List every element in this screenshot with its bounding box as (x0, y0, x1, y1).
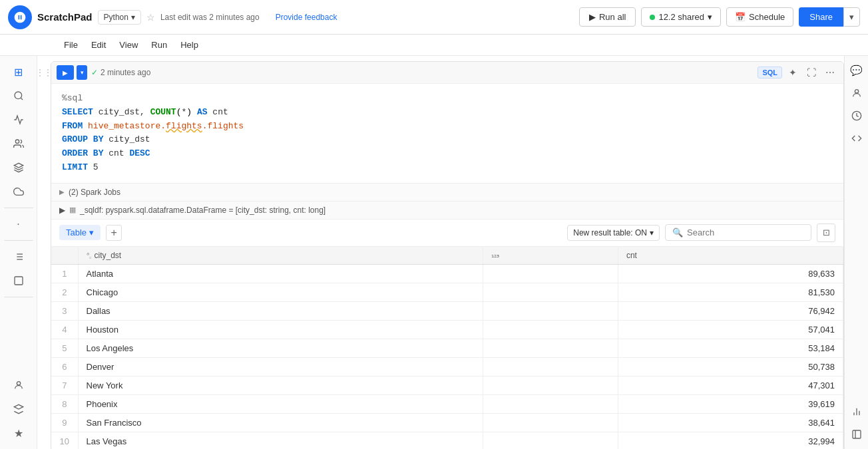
row-city: Chicago (78, 283, 483, 301)
schedule-button[interactable]: 📅 Schedule (726, 7, 793, 27)
right-icon-barchart[interactable] (847, 402, 866, 421)
sidebar-icon-layers2[interactable] (8, 398, 29, 420)
row-sort (483, 320, 618, 339)
code-line-5: ORDER BY cnt DESC (62, 147, 833, 161)
share-dropdown-button[interactable]: ▾ (843, 7, 860, 27)
cell-toolbar-right: SQL ✦ ⛶ ⋯ (758, 65, 838, 80)
table-toolbar-right: New result table: ON ▾ 🔍 ⊡ (567, 224, 835, 242)
feedback-link[interactable]: Provide feedback (276, 13, 337, 22)
table-row: 9 San Francisco 38,641 (51, 413, 843, 432)
svg-marker-11 (14, 404, 23, 409)
status-check-icon: ✓ (91, 68, 98, 77)
row-sort (483, 394, 618, 413)
run-cell-button[interactable]: ▶ (57, 65, 74, 80)
sidebar-icon-layers[interactable] (8, 157, 29, 178)
row-num: 6 (51, 357, 78, 376)
row-cnt: 47,301 (618, 376, 843, 394)
sidebar-icon-people[interactable] (8, 133, 29, 154)
row-city: Dallas (78, 301, 483, 320)
right-icon-person[interactable] (847, 84, 866, 102)
menu-bar: File Edit View Run Help (0, 35, 868, 56)
row-sort (483, 376, 618, 394)
table-body: 1 Atlanta 89,633 2 Chicago 81,530 3 Dall… (51, 264, 843, 449)
star-icon[interactable]: ☆ (146, 12, 155, 23)
svg-rect-17 (853, 430, 861, 438)
row-city: San Francisco (78, 413, 483, 432)
svg-rect-9 (15, 277, 23, 285)
col-header-city[interactable]: ᵃ꜀ city_dst (78, 247, 483, 265)
sparkle-button[interactable]: ✦ (785, 65, 801, 80)
add-tab-button[interactable]: + (106, 225, 122, 241)
sqldf-toggle-arrow: ▶ (59, 206, 65, 215)
kernel-selector[interactable]: Python ▾ (98, 10, 141, 25)
expand-table-button[interactable]: ⊡ (817, 224, 835, 242)
right-icon-comment[interactable]: 💬 (847, 61, 866, 80)
svg-marker-2 (14, 163, 23, 168)
sidebar-divider-1 (4, 208, 33, 208)
right-sidebar: 💬 (844, 56, 868, 449)
row-sort (483, 264, 618, 283)
sidebar-icon-cloud[interactable] (8, 181, 29, 202)
row-num: 9 (51, 413, 78, 432)
sidebar-icon-star2[interactable]: ★ (8, 422, 29, 444)
table-tab-button[interactable]: Table ▾ (59, 225, 101, 240)
spark-jobs-row[interactable]: ▶ (2) Spark Jobs (51, 183, 843, 201)
code-line-3: FROM hive_metastore.flights.flights (62, 120, 833, 134)
shared-button[interactable]: 12.2 shared ▾ (641, 7, 721, 27)
cell-drag-handle[interactable]: ⋮⋮ (37, 61, 51, 449)
table-row: 5 Los Angeles 53,184 (51, 339, 843, 357)
sidebar-icon-chart[interactable] (8, 109, 29, 130)
share-button[interactable]: Share (799, 7, 843, 27)
search-input[interactable] (687, 227, 804, 237)
sidebar-divider-2 (4, 240, 33, 241)
table-header-row: ᵃ꜀ city_dst ₁₂₃ (51, 247, 843, 265)
run-all-button[interactable]: ▶ Run all (579, 7, 636, 27)
new-result-toggle[interactable]: New result table: ON ▾ (567, 225, 660, 241)
svg-point-0 (15, 92, 22, 99)
sidebar-divider-3 (4, 297, 33, 297)
sidebar-icon-home[interactable]: ⊞ (8, 61, 29, 82)
row-num: 7 (51, 376, 78, 394)
right-icon-history[interactable] (847, 106, 866, 125)
row-cnt: 57,041 (618, 320, 843, 339)
right-icon-code[interactable] (847, 129, 866, 148)
sidebar-icon-search[interactable] (8, 85, 29, 106)
menu-run[interactable]: Run (146, 37, 172, 53)
expand-cell-button[interactable]: ⛶ (803, 65, 819, 80)
table-icon: ▦ (69, 206, 76, 214)
data-table: ᵃ꜀ city_dst ₁₂₃ (51, 247, 843, 449)
col-header-cnt[interactable]: cnt (618, 247, 843, 265)
row-sort (483, 301, 618, 320)
sidebar-icon-cube[interactable] (8, 270, 29, 291)
menu-file[interactable]: File (59, 37, 83, 53)
col-header-sort[interactable]: ₁₂₃ (483, 247, 618, 265)
search-box[interactable]: 🔍 (665, 224, 811, 241)
table-row: 8 Phoenix 39,619 (51, 394, 843, 413)
code-line-4: GROUP BY city_dst (62, 133, 833, 147)
left-sidebar: ⊞ · ★ (0, 56, 37, 449)
spark-toggle-arrow: ▶ (59, 188, 65, 196)
sqldf-row[interactable]: ▶ ▦ _sqldf: pyspark.sql.dataframe.DataFr… (51, 201, 843, 219)
row-cnt: 89,633 (618, 264, 843, 283)
sidebar-icon-list[interactable] (8, 246, 29, 267)
top-bar-actions: ▶ Run all 12.2 shared ▾ 📅 Schedule Share… (579, 7, 860, 27)
right-icon-expand[interactable] (847, 425, 866, 444)
row-cnt: 50,738 (618, 357, 843, 376)
cell-menu-button[interactable]: ⋯ (822, 65, 838, 80)
run-cell-dropdown[interactable]: ▾ (77, 65, 87, 80)
menu-edit[interactable]: Edit (86, 37, 111, 53)
row-cnt: 39,619 (618, 394, 843, 413)
code-area[interactable]: %sql SELECT city_dst, COUNT(*) AS cnt FR… (51, 84, 843, 183)
app-logo[interactable] (8, 5, 32, 29)
row-num: 3 (51, 301, 78, 320)
menu-view[interactable]: View (114, 37, 143, 53)
sidebar-icon-person[interactable] (8, 374, 29, 396)
menu-help[interactable]: Help (175, 37, 204, 53)
row-sort (483, 432, 618, 449)
svg-point-10 (17, 382, 20, 385)
cell-wrapper: ⋮⋮ ▶ ▾ ✓ 2 minutes ago SQL ✦ ⛶ ⋯ (37, 61, 844, 449)
notebook-title: ScratchPad (37, 11, 93, 23)
sidebar-icon-dot1[interactable]: · (8, 214, 29, 235)
table-row: 6 Denver 50,738 (51, 357, 843, 376)
row-num: 4 (51, 320, 78, 339)
